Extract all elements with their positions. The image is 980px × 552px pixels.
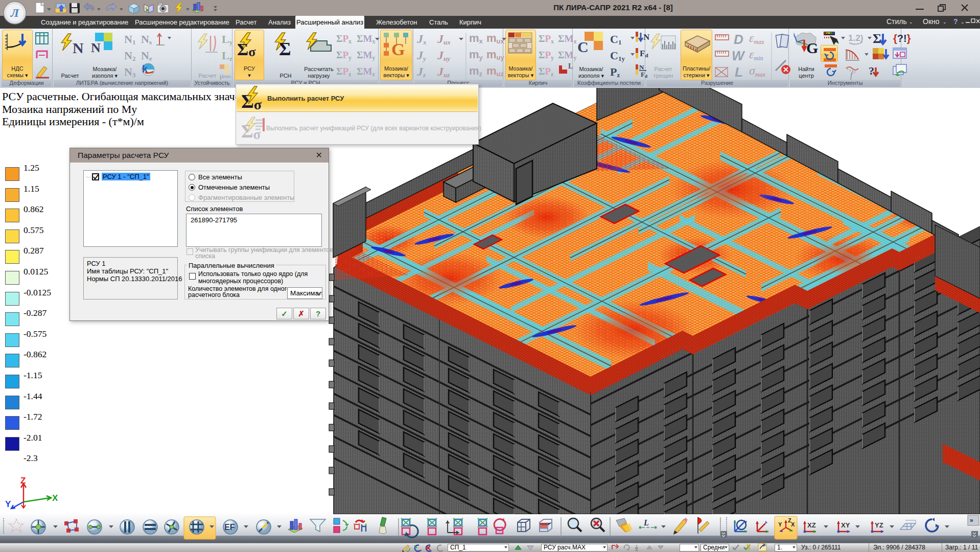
svg-text:Z: Z — [20, 477, 26, 486]
svg-text:X: X — [52, 493, 58, 503]
svg-text:Y: Y — [5, 499, 11, 509]
